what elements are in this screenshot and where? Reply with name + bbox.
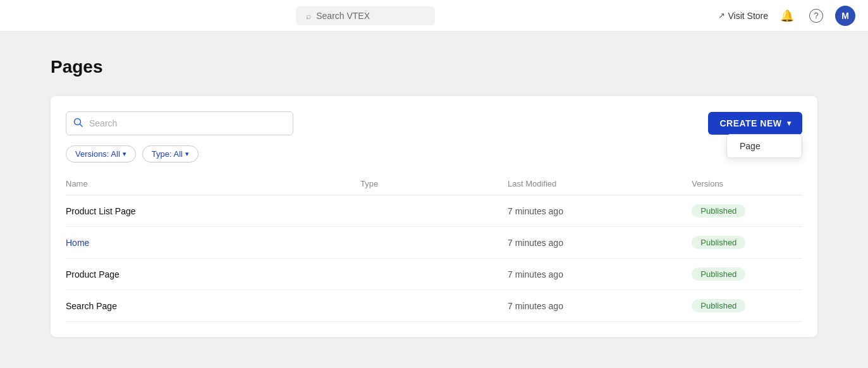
col-header-name: Name: [66, 174, 360, 195]
page-type: [360, 290, 508, 322]
status-badge: Published: [692, 236, 745, 249]
global-search-input[interactable]: ⌕ Search VTEX: [296, 6, 435, 25]
dropdown-item-page[interactable]: Page: [727, 135, 802, 157]
create-dropdown-menu: Page: [726, 134, 802, 158]
visit-store-label: Visit Store: [728, 11, 768, 21]
notifications-button[interactable]: 🔔: [777, 6, 797, 26]
page-last-modified: 7 minutes ago: [508, 290, 692, 322]
create-new-label: CREATE NEW: [719, 118, 781, 128]
search-wrap: [66, 111, 293, 135]
chevron-down-icon: ▾: [787, 119, 792, 128]
page-title: Pages: [51, 57, 817, 77]
table-row: Product List Page7 minutes agoPublished: [66, 195, 802, 227]
svg-line-1: [80, 125, 83, 127]
page-last-modified: 7 minutes ago: [508, 195, 692, 227]
table-body: Product List Page7 minutes agoPublishedH…: [66, 195, 802, 322]
pages-table: Name Type Last Modified Versions Product…: [66, 174, 802, 322]
versions-filter-label: Versions: All: [75, 149, 120, 159]
help-icon: ?: [809, 9, 823, 23]
page-type: [360, 227, 508, 259]
page-name-link[interactable]: Home: [66, 238, 89, 248]
main-content: Pages CREATE NEW ▾ Versions: All: [0, 32, 868, 362]
page-last-modified: 7 minutes ago: [508, 259, 692, 290]
search-icon: [73, 118, 83, 129]
status-badge: Published: [692, 204, 745, 218]
page-name: Product List Page: [66, 195, 360, 227]
table-row: Search Page7 minutes agoPublished: [66, 290, 802, 322]
bell-icon: 🔔: [780, 9, 794, 23]
user-avatar-button[interactable]: M: [835, 6, 855, 26]
create-new-button[interactable]: CREATE NEW ▾: [708, 112, 802, 135]
page-name: Product Page: [66, 259, 360, 290]
chevron-down-icon: ▾: [123, 150, 126, 158]
page-type: [360, 195, 508, 227]
versions-filter-button[interactable]: Versions: All ▾: [66, 145, 136, 163]
table-row: Product Page7 minutes agoPublished: [66, 259, 802, 290]
top-nav-right: ↗ Visit Store 🔔 ? M: [718, 6, 855, 26]
type-filter-button[interactable]: Type: All ▾: [142, 145, 199, 163]
page-name: Search Page: [66, 290, 360, 322]
top-nav: ⌕ Search VTEX ↗ Visit Store 🔔 ? M: [0, 0, 868, 32]
external-link-icon: ↗: [718, 11, 725, 20]
type-filter-label: Type: All: [152, 149, 183, 159]
avatar-initial: M: [841, 11, 849, 21]
pages-card: CREATE NEW ▾ Versions: All ▾ Type: All ▾…: [51, 96, 817, 337]
global-search-icon: ⌕: [306, 11, 311, 21]
filters-row: Versions: All ▾ Type: All ▾: [66, 145, 802, 163]
table-row: Home7 minutes agoPublished: [66, 227, 802, 259]
top-nav-left: ⌕ Search VTEX: [13, 6, 718, 25]
visit-store-link[interactable]: ↗ Visit Store: [718, 11, 768, 21]
col-header-modified: Last Modified: [508, 174, 692, 195]
status-badge: Published: [692, 267, 745, 281]
page-last-modified: 7 minutes ago: [508, 227, 692, 259]
chevron-down-icon: ▾: [185, 150, 189, 158]
page-type: [360, 259, 508, 290]
help-button[interactable]: ?: [806, 6, 826, 26]
table-head: Name Type Last Modified Versions: [66, 174, 802, 195]
col-header-versions: Versions: [692, 174, 802, 195]
status-badge: Published: [692, 299, 745, 312]
toolbar: CREATE NEW ▾: [66, 111, 802, 135]
global-search-label: Search VTEX: [316, 11, 370, 21]
col-header-type: Type: [360, 174, 508, 195]
search-input[interactable]: [66, 111, 293, 135]
